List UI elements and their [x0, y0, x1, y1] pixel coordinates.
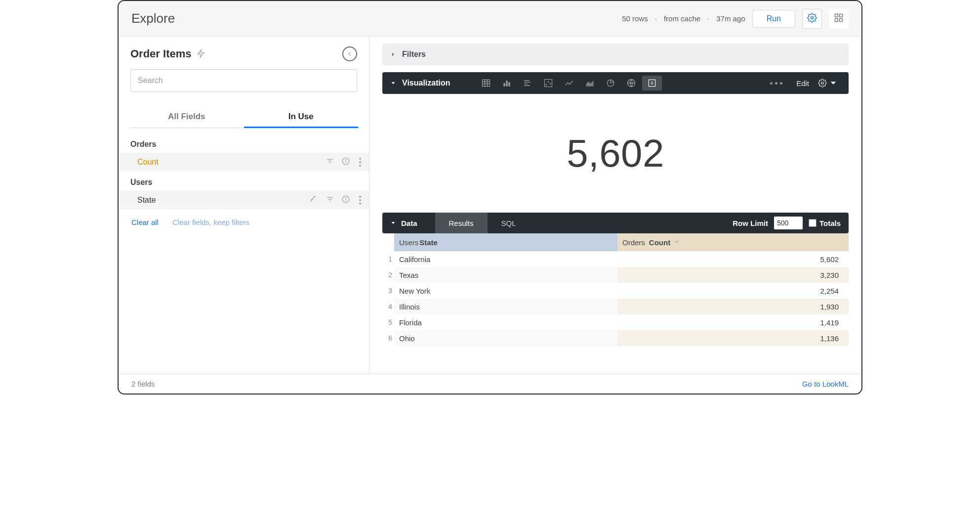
viz-more-icon[interactable]	[765, 82, 787, 85]
field-menu-icon[interactable]	[357, 196, 363, 205]
cell-count: 1,136	[617, 330, 849, 346]
svg-rect-20	[482, 80, 490, 86]
column-header-orders-count[interactable]: Orders Count	[617, 233, 849, 251]
field-row-users-state[interactable]: State	[119, 191, 369, 209]
svg-point-0	[811, 17, 814, 19]
search-input[interactable]	[130, 69, 357, 92]
filters-label: Filters	[402, 50, 426, 59]
svg-point-34	[549, 83, 551, 85]
caret-right-icon	[390, 51, 396, 57]
footer-bar: 2 fields Go to LookML	[119, 374, 861, 394]
viz-map-icon[interactable]	[621, 76, 641, 90]
filters-panel-header[interactable]: Filters	[382, 44, 849, 65]
viz-stackbar-icon[interactable]	[518, 76, 537, 90]
svg-rect-4	[840, 19, 843, 22]
table-header: Users State Orders Count	[382, 233, 849, 251]
row-number: 2	[382, 267, 394, 283]
table-row[interactable]: 3New York2,254	[382, 283, 849, 299]
field-groups: Orders Count Users State	[119, 128, 369, 374]
status-cache: from cache	[664, 14, 700, 23]
svg-marker-19	[392, 82, 395, 84]
status-sep1: ·	[655, 14, 657, 23]
table-row[interactable]: 5Florida1,419	[382, 314, 849, 330]
info-icon[interactable]	[341, 195, 350, 205]
single-value-visualization: 5,602	[382, 94, 849, 213]
cell-state: Illinois	[394, 299, 617, 314]
viz-edit-button[interactable]: Edit	[796, 79, 809, 88]
table-row[interactable]: 1California5,602	[382, 251, 849, 267]
viz-single-value-icon[interactable]: 6	[642, 76, 662, 90]
table-row[interactable]: 6Ohio1,136	[382, 330, 849, 346]
clear-all-link[interactable]: Clear all	[131, 218, 159, 226]
cell-state: New York	[394, 283, 617, 299]
caret-down-icon[interactable]	[390, 80, 396, 86]
settings-button[interactable]	[802, 9, 822, 29]
totals-checkbox[interactable]	[809, 219, 817, 227]
gear-icon	[807, 13, 817, 24]
sort-desc-icon	[673, 238, 680, 247]
svg-rect-2	[840, 14, 843, 17]
viz-bar-icon[interactable]	[497, 76, 517, 90]
sidebar-tabs: All Fields In Use	[129, 107, 358, 128]
dashboard-grid-button[interactable]	[829, 9, 849, 29]
group-label-users: Users	[119, 175, 369, 191]
viz-settings-button[interactable]	[818, 79, 838, 88]
clear-fields-keep-filters-link[interactable]: Clear fields, keep filters	[172, 218, 249, 226]
visualization-panel-header: Visualization 6 Edit	[382, 72, 849, 94]
row-number: 6	[382, 330, 394, 346]
row-number: 3	[382, 283, 394, 299]
svg-text:6: 6	[651, 81, 653, 86]
data-panel-header: Data Results SQL Row Limit Totals	[382, 213, 849, 233]
info-icon[interactable]	[341, 157, 350, 167]
tab-results[interactable]: Results	[435, 213, 488, 233]
column-header-users-state[interactable]: Users State	[394, 233, 617, 251]
sidebar-header: Order Items	[119, 37, 369, 66]
filter-icon[interactable]	[326, 157, 334, 167]
tab-in-use[interactable]: In Use	[244, 107, 359, 128]
field-menu-icon[interactable]	[357, 158, 363, 167]
viz-area-icon[interactable]	[580, 76, 600, 90]
tab-sql[interactable]: SQL	[488, 213, 530, 233]
row-limit-label: Row Limit	[733, 219, 768, 227]
svg-marker-43	[392, 222, 395, 224]
table-row[interactable]: 2Texas3,230	[382, 267, 849, 283]
cell-count: 2,254	[617, 283, 849, 299]
cell-count: 5,602	[617, 251, 849, 267]
row-number: 4	[382, 299, 394, 314]
top-header: Explore 50 rows · from cache · 37m ago R…	[119, 1, 861, 37]
data-section-toggle[interactable]: Data	[390, 213, 435, 233]
results-table: Users State Orders Count 1California5,60…	[382, 233, 849, 346]
svg-point-32	[545, 84, 547, 86]
bolt-icon	[197, 49, 205, 59]
field-row-orders-count[interactable]: Count	[119, 153, 369, 171]
svg-rect-3	[835, 19, 838, 22]
visualization-label: Visualization	[402, 79, 450, 88]
viz-scatter-icon[interactable]	[538, 76, 558, 90]
run-button[interactable]: Run	[752, 10, 795, 28]
cell-state: Texas	[394, 267, 617, 283]
row-limit-input[interactable]	[774, 217, 803, 229]
field-count: 2 fields	[131, 380, 155, 388]
collapse-sidebar-button[interactable]	[342, 46, 357, 61]
top-header-right: 50 rows · from cache · 37m ago Run	[622, 9, 849, 29]
row-number: 5	[382, 314, 394, 330]
status-rows: 50 rows	[622, 14, 648, 23]
table-row[interactable]: 4Illinois1,930	[382, 299, 849, 314]
svg-marker-42	[831, 82, 836, 85]
main: Filters Visualization	[369, 37, 861, 374]
viz-line-icon[interactable]	[559, 76, 579, 90]
cell-count: 3,230	[617, 267, 849, 283]
pivot-icon[interactable]	[310, 195, 319, 205]
svg-rect-26	[506, 81, 507, 87]
viz-pie-icon[interactable]	[601, 76, 620, 90]
viz-table-icon[interactable]	[476, 76, 496, 90]
filter-icon[interactable]	[326, 195, 334, 205]
grid-icon	[834, 13, 844, 24]
go-to-lookml-link[interactable]: Go to LookML	[802, 380, 849, 388]
svg-marker-36	[586, 81, 593, 87]
row-number: 1	[382, 251, 394, 267]
cell-state: Ohio	[394, 330, 617, 346]
svg-rect-35	[544, 80, 552, 87]
tab-all-fields[interactable]: All Fields	[129, 107, 244, 128]
field-name: State	[137, 196, 156, 205]
